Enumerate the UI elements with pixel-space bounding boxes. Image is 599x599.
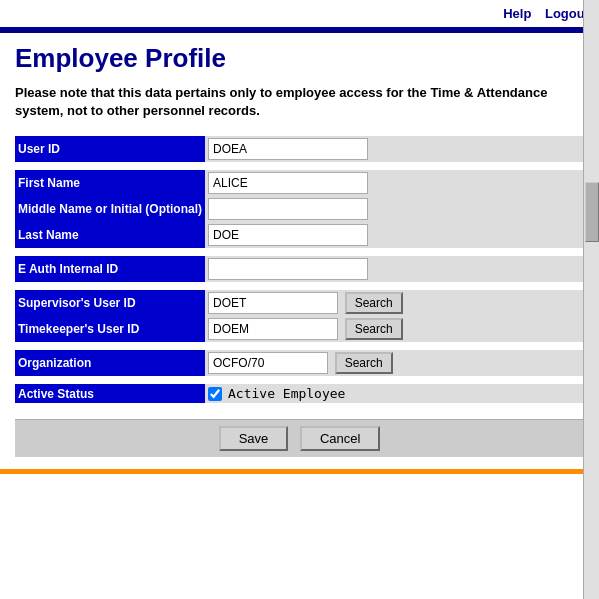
e-auth-input[interactable] [208,258,368,280]
supervisor-search-button[interactable]: Search [345,292,403,314]
e-auth-label: E Auth Internal ID [15,256,205,282]
supervisor-input[interactable] [208,292,338,314]
active-employee-label: Active Employee [208,386,581,401]
active-employee-checkbox[interactable] [208,387,222,401]
timekeeper-cell: Search [205,316,584,342]
active-status-cell: Active Employee [205,384,584,403]
save-button[interactable]: Save [219,426,289,451]
notice-text: Please note that this data pertains only… [15,84,584,120]
timekeeper-input[interactable] [208,318,338,340]
page-title: Employee Profile [15,43,584,74]
first-name-row: First Name [15,170,584,196]
middle-name-row: Middle Name or Initial (Optional) [15,196,584,222]
supervisor-label: Supervisor's User ID [15,290,205,316]
supervisor-row: Supervisor's User ID Search [15,290,584,316]
organization-row: Organization Search [15,350,584,376]
middle-name-input[interactable] [208,198,368,220]
organization-input[interactable] [208,352,328,374]
timekeeper-row: Timekeeper's User ID Search [15,316,584,342]
e-auth-row: E Auth Internal ID [15,256,584,282]
cancel-button[interactable]: Cancel [300,426,380,451]
active-status-row: Active Status Active Employee [15,384,584,403]
help-link[interactable]: Help [503,6,531,21]
first-name-input[interactable] [208,172,368,194]
last-name-row: Last Name [15,222,584,248]
e-auth-cell [205,256,584,282]
orange-bar [0,469,599,474]
timekeeper-search-button[interactable]: Search [345,318,403,340]
first-name-cell [205,170,584,196]
user-id-row: User ID [15,136,584,162]
organization-cell: Search [205,350,584,376]
scrollbar-thumb[interactable] [585,182,599,242]
organization-search-button[interactable]: Search [335,352,393,374]
last-name-label: Last Name [15,222,205,248]
active-status-label: Active Status [15,384,205,403]
first-name-label: First Name [15,170,205,196]
user-id-input[interactable] [208,138,368,160]
middle-name-cell [205,196,584,222]
last-name-input[interactable] [208,224,368,246]
middle-name-label: Middle Name or Initial (Optional) [15,196,205,222]
page-content: Employee Profile Please note that this d… [0,33,599,467]
scrollbar[interactable] [583,0,599,599]
employee-profile-form: User ID First Name Middle Name or Initia… [15,136,584,403]
bottom-bar: Save Cancel [15,419,584,457]
user-id-label: User ID [15,136,205,162]
supervisor-cell: Search [205,290,584,316]
timekeeper-label: Timekeeper's User ID [15,316,205,342]
active-employee-text: Active Employee [228,386,345,401]
last-name-cell [205,222,584,248]
organization-label: Organization [15,350,205,376]
top-nav: Help Logout [0,0,599,29]
user-id-cell [205,136,584,162]
